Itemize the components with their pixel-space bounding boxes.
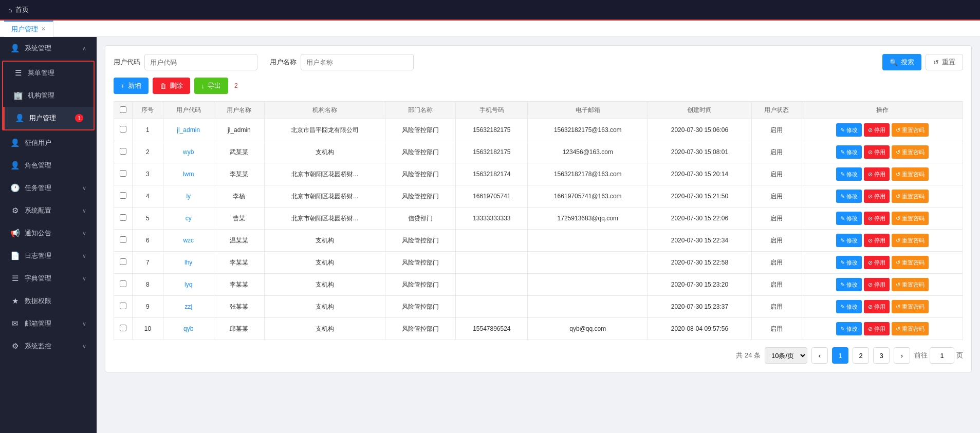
- sidebar-item-log-mgmt[interactable]: 📄 日志管理 ∨: [0, 244, 97, 267]
- row-select-checkbox[interactable]: [120, 192, 126, 199]
- user-name-input[interactable]: [301, 54, 414, 70]
- row-select-checkbox[interactable]: [120, 214, 126, 221]
- add-button[interactable]: + 新增: [114, 78, 149, 94]
- log-icon: 📄: [10, 251, 20, 260]
- edit-button[interactable]: ✎ 修改: [836, 278, 862, 291]
- export-button[interactable]: ↓ 导出: [194, 78, 229, 94]
- reset-pwd-button[interactable]: ↺ 重置密码: [892, 190, 929, 203]
- row-select-checkbox[interactable]: [120, 258, 126, 265]
- row-dept: 风险管控部门: [385, 274, 456, 296]
- row-code: qyb: [163, 318, 214, 340]
- monitor-icon: ⚙: [10, 342, 20, 351]
- sidebar-item-system-mgmt[interactable]: 👤 系统管理 ∧: [0, 37, 97, 60]
- edit-button[interactable]: ✎ 修改: [836, 212, 862, 225]
- stop-button[interactable]: ⊘ 停用: [864, 256, 890, 269]
- next-page-button[interactable]: ›: [894, 347, 910, 364]
- th-checkbox: [114, 102, 133, 119]
- row-actions: ✎ 修改 ⊘ 停用 ↺ 重置密码: [802, 252, 963, 274]
- reset-pwd-button[interactable]: ↺ 重置密码: [892, 145, 929, 159]
- edit-button[interactable]: ✎ 修改: [836, 123, 862, 137]
- sidebar-item-dict-mgmt[interactable]: ☰ 字典管理 ∨: [0, 267, 97, 290]
- edit-button[interactable]: ✎ 修改: [836, 190, 862, 203]
- table-row: 3 lwm 李某某 北京市朝阳区花园桥财... 风险管控部门 156321821…: [114, 163, 963, 185]
- stop-button[interactable]: ⊘ 停用: [864, 190, 890, 203]
- sidebar-item-credit-user[interactable]: 👤 征信用户: [0, 131, 97, 154]
- page-label: 页: [956, 351, 963, 360]
- edit-button[interactable]: ✎ 修改: [836, 322, 862, 335]
- row-select-checkbox[interactable]: [120, 170, 126, 177]
- stop-button[interactable]: ⊘ 停用: [864, 145, 890, 159]
- table-row: 10 qyb 邱某某 支机构 风险管控部门 15547896524 qyb@qq…: [114, 318, 963, 340]
- delete-button[interactable]: 🗑 删除: [153, 78, 190, 94]
- reset-pwd-button[interactable]: ↺ 重置密码: [892, 123, 929, 137]
- code-link[interactable]: ly: [186, 193, 191, 200]
- row-select-checkbox[interactable]: [120, 325, 126, 331]
- code-link[interactable]: lhy: [184, 259, 192, 266]
- sidebar-item-org-mgmt[interactable]: 🏢 机构管理: [3, 84, 94, 107]
- sidebar-item-mail-mgmt[interactable]: ✉ 邮箱管理 ∨: [0, 312, 97, 335]
- code-link[interactable]: wzc: [183, 237, 194, 244]
- sidebar-item-task-mgmt[interactable]: 🕐 任务管理 ∨: [0, 177, 97, 199]
- code-link[interactable]: qyb: [183, 325, 193, 332]
- code-link[interactable]: wyb: [183, 148, 194, 156]
- code-link[interactable]: jl_admin: [177, 126, 200, 134]
- reset-pwd-button[interactable]: ↺ 重置密码: [892, 212, 929, 225]
- reset-pwd-button[interactable]: ↺ 重置密码: [892, 256, 929, 269]
- code-link[interactable]: zzj: [184, 303, 192, 310]
- sidebar-item-sys-monitor[interactable]: ⚙ 系统监控 ∨: [0, 335, 97, 357]
- page-3-button[interactable]: 3: [873, 347, 890, 364]
- edit-button[interactable]: ✎ 修改: [836, 145, 862, 159]
- row-checkbox: [114, 296, 133, 318]
- reset-pwd-button[interactable]: ↺ 重置密码: [892, 167, 929, 181]
- row-email: 15632182175@163.com: [528, 119, 648, 141]
- edit-button[interactable]: ✎ 修改: [836, 167, 862, 181]
- sidebar-item-data-perm[interactable]: ★ 数据权限: [0, 290, 97, 312]
- row-status: 启用: [751, 119, 802, 141]
- th-code: 用户代码: [163, 102, 214, 119]
- page-input[interactable]: [930, 347, 954, 364]
- stop-button[interactable]: ⊘ 停用: [864, 212, 890, 225]
- edit-button[interactable]: ✎ 修改: [836, 256, 862, 269]
- stop-button[interactable]: ⊘ 停用: [864, 123, 890, 137]
- tab-close-icon[interactable]: ✕: [41, 26, 46, 32]
- reset-pwd-button[interactable]: ↺ 重置密码: [892, 234, 929, 247]
- row-select-checkbox[interactable]: [120, 236, 126, 243]
- page-2-button[interactable]: 2: [853, 347, 869, 364]
- stop-button[interactable]: ⊘ 停用: [864, 234, 890, 247]
- code-link[interactable]: lyq: [184, 281, 192, 288]
- home-nav[interactable]: ⌂ 首页: [8, 5, 29, 14]
- select-all-checkbox[interactable]: [120, 106, 126, 113]
- edit-button[interactable]: ✎ 修改: [836, 300, 862, 313]
- sidebar-item-sys-config[interactable]: ⚙ 系统配置 ∨: [0, 199, 97, 222]
- reset-pwd-button[interactable]: ↺ 重置密码: [892, 322, 929, 335]
- tab-user-mgmt[interactable]: 用户管理 ✕: [4, 21, 53, 37]
- toolbar: + 新增 🗑 删除 ↓ 导出 2: [114, 78, 963, 94]
- row-select-checkbox[interactable]: [120, 126, 126, 133]
- sidebar-item-user-mgmt[interactable]: 👤 用户管理 1: [3, 107, 94, 129]
- stop-button[interactable]: ⊘ 停用: [864, 167, 890, 181]
- search-button[interactable]: 🔍 搜索: [882, 54, 921, 70]
- reset-button[interactable]: ↺ 重置: [926, 54, 963, 70]
- page-1-button[interactable]: 1: [832, 347, 848, 364]
- user-code-input[interactable]: [144, 54, 257, 70]
- sidebar-item-menu-mgmt[interactable]: ☰ 菜单管理: [3, 62, 94, 84]
- chevron-down-icon: ∨: [82, 253, 86, 259]
- prev-page-button[interactable]: ‹: [811, 347, 828, 364]
- edit-button[interactable]: ✎ 修改: [836, 234, 862, 247]
- code-link[interactable]: cy: [186, 215, 192, 222]
- sidebar-item-role-mgmt[interactable]: 👤 角色管理: [0, 154, 97, 177]
- reset-pwd-button[interactable]: ↺ 重置密码: [892, 278, 929, 291]
- stop-button[interactable]: ⊘ 停用: [864, 322, 890, 335]
- per-page-select[interactable]: 10条/页 20条/页 50条/页: [765, 347, 807, 364]
- row-select-checkbox[interactable]: [120, 280, 126, 287]
- row-select-checkbox[interactable]: [120, 148, 126, 155]
- code-link[interactable]: lwm: [183, 171, 194, 178]
- stop-button[interactable]: ⊘ 停用: [864, 300, 890, 313]
- sidebar-item-notice[interactable]: 📢 通知公告 ∨: [0, 222, 97, 244]
- row-dept: 风险管控部门: [385, 230, 456, 252]
- row-email: [528, 296, 648, 318]
- stop-button[interactable]: ⊘ 停用: [864, 278, 890, 291]
- reset-pwd-button[interactable]: ↺ 重置密码: [892, 300, 929, 313]
- row-select-checkbox[interactable]: [120, 303, 126, 309]
- row-created: 2020-07-30 15:22:34: [648, 230, 751, 252]
